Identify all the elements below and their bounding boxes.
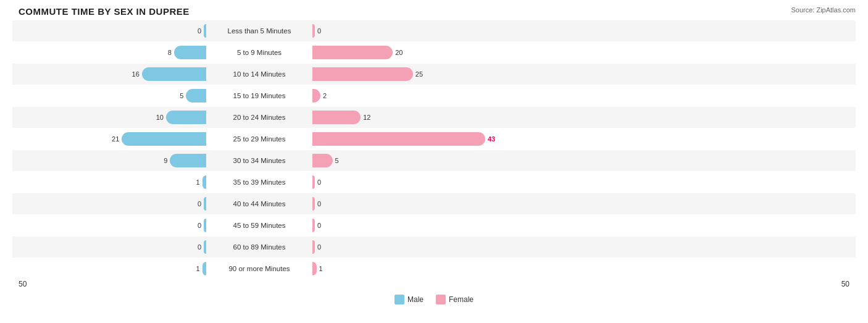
female-bar (312, 240, 315, 254)
left-section: 0 (12, 240, 210, 254)
male-bar (170, 154, 206, 167)
legend-male-label: Male (407, 295, 424, 304)
female-bar (312, 219, 315, 232)
female-value: 0 (317, 243, 330, 251)
row-label: 5 to 9 Minutes (210, 49, 309, 56)
male-value: 8 (159, 49, 172, 56)
female-value: 0 (317, 27, 330, 35)
left-section: 1 (12, 262, 210, 275)
left-section: 21 (12, 132, 210, 146)
left-section: 5 (12, 89, 210, 103)
female-bar (312, 89, 320, 103)
row-label: 15 to 19 Minutes (210, 92, 309, 99)
right-section: 0 (309, 175, 506, 189)
male-bar (142, 67, 206, 81)
right-section: 1 (309, 262, 506, 275)
left-section: 16 (12, 67, 210, 81)
right-section: 0 (309, 219, 506, 232)
female-bar (312, 24, 315, 38)
row-label: 60 to 89 Minutes (210, 243, 309, 251)
female-value: 0 (317, 200, 330, 208)
chart-title: COMMUTE TIME BY SEX IN DUPREE (12, 6, 856, 17)
right-section: 20 (309, 46, 506, 59)
male-bar (202, 175, 207, 189)
table-row: 0 60 to 89 Minutes 0 (12, 237, 856, 258)
row-label: 30 to 34 Minutes (210, 157, 309, 164)
female-bar (312, 132, 485, 146)
female-bar (312, 154, 333, 167)
row-label: 20 to 24 Minutes (210, 114, 309, 121)
left-section: 0 (12, 197, 210, 211)
table-row: 8 5 to 9 Minutes 20 (12, 42, 856, 63)
legend-area: Male Female (12, 295, 856, 304)
right-section: 0 (309, 240, 506, 254)
male-value: 0 (189, 200, 201, 208)
axis-left-label: 50 (12, 280, 27, 288)
male-value: 21 (107, 135, 119, 143)
chart-area: 0 Less than 5 Minutes 0 8 5 to 9 Minutes… (12, 20, 856, 280)
legend-male-box (394, 295, 404, 304)
right-section: 5 (309, 154, 506, 167)
table-row: 0 Less than 5 Minutes 0 (12, 20, 856, 41)
row-label: 25 to 29 Minutes (210, 135, 309, 143)
legend-female: Female (436, 295, 474, 304)
male-value: 0 (189, 27, 201, 35)
legend-female-label: Female (449, 295, 474, 304)
male-value: 0 (189, 243, 201, 251)
male-value: 10 (151, 114, 164, 121)
row-label: 40 to 44 Minutes (210, 200, 309, 208)
left-section: 0 (12, 24, 210, 38)
male-bar (204, 219, 206, 232)
table-row: 10 20 to 24 Minutes 12 (12, 107, 856, 128)
female-bar (312, 197, 315, 211)
female-bar (312, 46, 393, 59)
left-section: 10 (12, 111, 210, 124)
source-text: Source: ZipAtlas.com (791, 6, 856, 14)
male-value: 16 (127, 70, 140, 78)
female-bar (312, 111, 361, 124)
row-label: Less than 5 Minutes (210, 27, 309, 35)
left-section: 1 (12, 175, 210, 189)
male-bar (166, 111, 206, 124)
row-label: 90 or more Minutes (210, 265, 309, 272)
right-section: 25 (309, 67, 506, 81)
row-label: 10 to 14 Minutes (210, 70, 309, 78)
male-value: 5 (171, 92, 183, 99)
row-label: 35 to 39 Minutes (210, 178, 309, 186)
table-row: 21 25 to 29 Minutes 43 (12, 128, 856, 149)
right-section: 2 (309, 89, 506, 103)
table-row: 9 30 to 34 Minutes 5 (12, 150, 856, 171)
left-section: 9 (12, 154, 210, 167)
female-bar (312, 67, 413, 81)
female-value: 12 (363, 114, 375, 121)
table-row: 0 40 to 44 Minutes 0 (12, 193, 856, 214)
right-section: 0 (309, 24, 506, 38)
female-value: 2 (323, 92, 335, 99)
female-value: 25 (415, 70, 428, 78)
female-value: 0 (317, 178, 330, 186)
legend-female-box (436, 295, 446, 304)
female-value: 0 (317, 222, 330, 229)
male-bar (122, 132, 206, 146)
legend-male: Male (394, 295, 424, 304)
chart-container: COMMUTE TIME BY SEX IN DUPREE Source: Zi… (0, 0, 868, 323)
table-row: 16 10 to 14 Minutes 25 (12, 64, 856, 85)
row-label: 45 to 59 Minutes (210, 222, 309, 229)
table-row: 5 15 to 19 Minutes 2 (12, 85, 856, 106)
male-bar (186, 89, 206, 103)
female-bar (312, 175, 315, 189)
male-value: 0 (189, 222, 201, 229)
male-value: 1 (188, 265, 200, 272)
right-section: 12 (309, 111, 506, 124)
female-value: 43 (488, 135, 500, 143)
female-value: 20 (395, 49, 407, 56)
female-value: 1 (319, 265, 332, 272)
left-section: 8 (12, 46, 210, 59)
table-row: 1 35 to 39 Minutes 0 (12, 172, 856, 193)
right-section: 43 (309, 132, 506, 146)
female-bar (312, 262, 317, 275)
male-bar (202, 262, 207, 275)
male-value: 1 (188, 178, 200, 186)
male-bar (204, 197, 206, 211)
male-bar (174, 46, 206, 59)
